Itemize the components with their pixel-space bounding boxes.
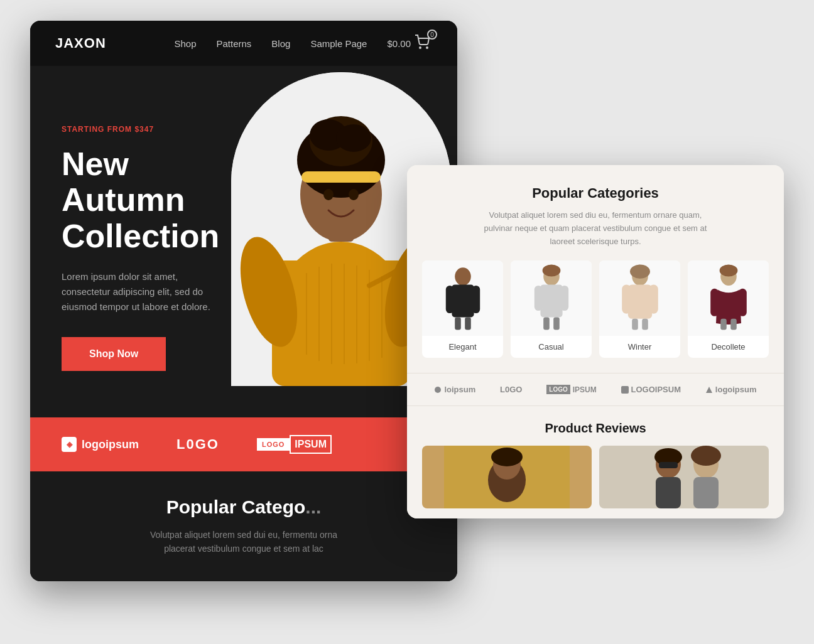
svg-rect-28 bbox=[465, 318, 471, 330]
brand-text-light-4: LOGOIPSUM bbox=[631, 385, 681, 394]
svg-point-55 bbox=[491, 448, 523, 466]
svg-point-42 bbox=[630, 265, 650, 279]
casual-figure bbox=[526, 264, 577, 333]
categories-grid: Elegant bbox=[407, 260, 784, 373]
category-label-elegant: Elegant bbox=[422, 336, 503, 358]
pop-cat-title: Popular Categories bbox=[432, 185, 759, 201]
popular-desc-dark: Volutpat aliquet lorem sed dui eu, ferme… bbox=[118, 528, 369, 556]
svg-point-0 bbox=[420, 47, 421, 48]
shop-now-button[interactable]: Shop Now bbox=[62, 337, 166, 371]
svg-point-1 bbox=[426, 47, 428, 48]
elegant-figure bbox=[438, 264, 488, 333]
svg-rect-33 bbox=[543, 318, 550, 330]
svg-point-62 bbox=[691, 446, 721, 466]
category-img-elegant bbox=[422, 260, 503, 336]
brand-logo-2: L0GO bbox=[176, 436, 219, 453]
category-card-decollete[interactable]: Decollete bbox=[688, 260, 769, 358]
svg-rect-41 bbox=[642, 319, 648, 330]
review-img-1 bbox=[422, 446, 592, 508]
svg-rect-34 bbox=[553, 318, 560, 330]
brand-small-5: logoipsum bbox=[705, 385, 757, 394]
hero-description: Lorem ipsum dolor sit amet, consectetur … bbox=[62, 269, 219, 314]
decollete-figure bbox=[703, 264, 754, 333]
brand-text-3: IPSUM bbox=[290, 435, 332, 454]
svg-rect-13 bbox=[301, 171, 381, 183]
brand-icon-1: ◈ bbox=[62, 437, 77, 452]
category-label-casual: Casual bbox=[511, 336, 592, 358]
svg-rect-38 bbox=[622, 285, 631, 314]
category-label-winter: Winter bbox=[599, 336, 680, 358]
nav-sample-page[interactable]: Sample Page bbox=[310, 38, 367, 49]
brand-text-light-2: L0GO bbox=[500, 385, 522, 394]
brand-logo-1: ◈ logoipsum bbox=[62, 437, 139, 452]
pop-cat-header: Popular Categories Volutpat aliquet lore… bbox=[407, 165, 784, 260]
nav-blog[interactable]: Blog bbox=[271, 38, 290, 49]
scene: JAXON Shop Patterns Blog Sample Page $0.… bbox=[30, 21, 784, 623]
nav-patterns[interactable]: Patterns bbox=[216, 38, 251, 49]
svg-rect-39 bbox=[649, 285, 658, 314]
category-card-winter[interactable]: Winter bbox=[599, 260, 680, 358]
brand-small-3: LOGO IPSUM bbox=[546, 385, 596, 394]
cart-button[interactable]: $0.00 0 bbox=[387, 35, 432, 52]
nav-shop[interactable]: Shop bbox=[174, 38, 196, 49]
category-card-elegant[interactable]: Elegant bbox=[422, 260, 503, 358]
popular-title-dark: Popular Catego... bbox=[62, 496, 426, 518]
hero-section: STARTING FROM $347 New Autumn Collection… bbox=[30, 66, 457, 417]
svg-point-15 bbox=[349, 189, 359, 200]
brand-icon-small-4 bbox=[621, 386, 629, 394]
brand-bar-dark: ◈ logoipsum L0GO LOGO IPSUM bbox=[30, 417, 457, 471]
svg-point-23 bbox=[455, 268, 471, 286]
svg-rect-30 bbox=[540, 285, 562, 318]
brand-icon-small-5 bbox=[705, 386, 713, 394]
hero-tag: STARTING FROM $347 bbox=[62, 125, 219, 134]
svg-rect-50 bbox=[621, 386, 629, 394]
brand-text-light-5: logoipsum bbox=[715, 385, 757, 394]
navbar: JAXON Shop Patterns Blog Sample Page $0.… bbox=[30, 21, 457, 66]
svg-rect-63 bbox=[693, 477, 719, 508]
brand-box-3: LOGO bbox=[257, 438, 290, 451]
hero-left: STARTING FROM $347 New Autumn Collection… bbox=[30, 66, 244, 417]
category-img-decollete bbox=[688, 260, 769, 336]
svg-rect-40 bbox=[632, 319, 638, 330]
svg-rect-24 bbox=[452, 285, 474, 318]
category-img-winter bbox=[599, 260, 680, 336]
review-figure-2 bbox=[599, 446, 769, 508]
category-label-decollete: Decollete bbox=[688, 336, 769, 358]
cart-price: $0.00 bbox=[387, 38, 411, 49]
svg-rect-44 bbox=[710, 289, 719, 316]
svg-rect-46 bbox=[720, 319, 727, 330]
brand-small-2: L0GO bbox=[500, 385, 522, 394]
cart-icon-wrapper: 0 bbox=[415, 35, 432, 52]
nav-links: Shop Patterns Blog Sample Page $0.00 0 bbox=[174, 35, 432, 52]
svg-point-12 bbox=[336, 124, 371, 152]
svg-point-35 bbox=[542, 265, 560, 277]
svg-rect-47 bbox=[730, 319, 737, 330]
svg-rect-60 bbox=[659, 462, 678, 468]
svg-point-49 bbox=[435, 387, 441, 393]
category-img-casual bbox=[511, 260, 592, 336]
popular-section-dark: Popular Catego... Volutpat aliquet lorem… bbox=[30, 471, 457, 581]
site-logo: JAXON bbox=[55, 35, 106, 51]
svg-rect-59 bbox=[656, 477, 681, 508]
brand-logo-3: LOGO IPSUM bbox=[257, 435, 332, 454]
svg-point-48 bbox=[719, 265, 737, 277]
hero-title: New Autumn Collection bbox=[62, 146, 219, 254]
svg-rect-37 bbox=[627, 285, 651, 319]
brand-icon-small-1 bbox=[434, 386, 442, 394]
brand-box-light-3: LOGO bbox=[546, 385, 570, 394]
brand-name-1: logoipsum bbox=[82, 438, 139, 451]
svg-rect-56 bbox=[621, 446, 747, 508]
reviews-section: Product Reviews bbox=[407, 405, 784, 518]
svg-rect-31 bbox=[534, 286, 542, 311]
category-card-casual[interactable]: Casual bbox=[511, 260, 592, 358]
cart-count: 0 bbox=[427, 30, 437, 40]
svg-marker-51 bbox=[706, 387, 712, 393]
svg-rect-26 bbox=[472, 286, 480, 313]
review-img-2 bbox=[599, 446, 769, 508]
brand-bar-light: loipsum L0GO LOGO IPSUM LOGOIPSUM logoip… bbox=[407, 373, 784, 405]
brand-text-light-3: IPSUM bbox=[573, 385, 597, 394]
svg-rect-32 bbox=[560, 286, 568, 311]
svg-rect-45 bbox=[739, 289, 747, 316]
winter-figure bbox=[615, 264, 665, 333]
svg-rect-25 bbox=[445, 286, 453, 313]
